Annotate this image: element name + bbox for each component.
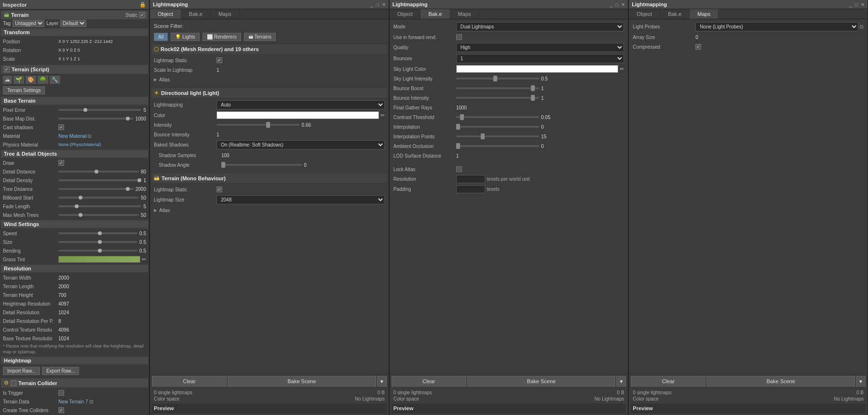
lm2-tab-object[interactable]: Object xyxy=(390,9,421,19)
size-thumb[interactable] xyxy=(98,240,102,244)
detail-distance-track[interactable] xyxy=(58,171,139,173)
lm3-tab-object[interactable]: Object xyxy=(629,9,660,19)
intensity-knob[interactable] xyxy=(266,122,270,128)
filter-lights-btn[interactable]: 💡 Lights xyxy=(171,33,200,41)
terrain-tool-1[interactable]: ⛰ xyxy=(3,76,12,84)
resolution-2-input[interactable]: 2.68 xyxy=(456,175,485,183)
lm1-clear-button[interactable]: Clear xyxy=(152,376,227,387)
cast-shadows-checkbox[interactable] xyxy=(58,124,64,130)
lock-icon[interactable]: 🔒 xyxy=(139,1,146,8)
grass-tint-edit-icon[interactable]: ✏ xyxy=(142,256,146,263)
lm2-close-icon[interactable]: ✕ xyxy=(621,2,625,7)
ambient-occlusion-slider[interactable] xyxy=(456,145,539,147)
bending-thumb[interactable] xyxy=(98,249,102,253)
lm1-minimize-icon[interactable]: _ xyxy=(370,2,373,7)
terrain-lm-size-dropdown[interactable]: 2048 xyxy=(217,195,385,204)
interpolation-slider[interactable] xyxy=(456,126,539,128)
filter-all-btn[interactable]: All xyxy=(154,33,168,41)
tree-distance-track[interactable] xyxy=(58,188,134,190)
interpolation-points-knob[interactable] xyxy=(481,134,485,139)
material-value[interactable]: New Material xyxy=(58,134,86,139)
bounce-boost-knob[interactable] xyxy=(531,85,535,91)
layer-dropdown[interactable]: Default xyxy=(60,20,86,27)
lock-atlas-checkbox[interactable] xyxy=(456,166,462,172)
intensity-slider[interactable] xyxy=(217,124,299,126)
max-mesh-trees-track[interactable] xyxy=(58,214,139,216)
create-tree-colliders-checkbox[interactable] xyxy=(58,407,64,413)
mode-dropdown[interactable]: Dual Lightmaps xyxy=(456,22,624,31)
contrast-threshold-knob[interactable] xyxy=(460,114,464,120)
lm1-bake-arrow[interactable]: ▼ xyxy=(377,376,387,387)
physics-mat-value[interactable]: None (PhysicMaterial) xyxy=(58,142,101,147)
filter-renderers-btn[interactable]: ⬜ Renderers xyxy=(203,33,241,41)
terrain-static-checkbox[interactable] xyxy=(217,187,222,192)
speed-thumb[interactable] xyxy=(98,231,102,235)
lm1-maximize-icon[interactable]: □ xyxy=(376,2,379,7)
color-edit-icon[interactable]: ✏ xyxy=(380,112,385,119)
lm2-maximize-icon[interactable]: □ xyxy=(615,2,618,7)
lm2-bake-button[interactable]: Bake Scene xyxy=(467,376,616,387)
static-checkbox[interactable] xyxy=(139,12,145,18)
lm2-tab-maps[interactable]: Maps xyxy=(450,9,479,19)
light-probes-pick-icon[interactable]: ⊙ xyxy=(859,24,864,30)
billboard-thumb[interactable] xyxy=(79,196,82,200)
export-raw-button[interactable]: Export Raw... xyxy=(42,367,79,375)
lm1-tab-maps[interactable]: Maps xyxy=(211,9,240,19)
bending-track[interactable] xyxy=(58,250,137,252)
is-trigger-checkbox[interactable] xyxy=(58,390,64,396)
lm2-minimize-icon[interactable]: _ xyxy=(610,2,613,7)
size-track[interactable] xyxy=(58,241,137,243)
terrain-tool-4[interactable]: 🌳 xyxy=(38,76,48,84)
detail-distance-thumb[interactable] xyxy=(95,170,98,174)
draw-checkbox[interactable] xyxy=(58,160,64,166)
lm1-close-icon[interactable]: ✕ xyxy=(382,2,386,7)
lm1-tab-object[interactable]: Object xyxy=(150,9,181,19)
fade-length-track[interactable] xyxy=(58,205,141,207)
pixel-error-track[interactable] xyxy=(58,109,141,111)
resolution-section[interactable]: Resolution xyxy=(1,265,148,272)
wind-section[interactable]: Wind Settings xyxy=(1,220,148,228)
lm3-tab-maps[interactable]: Maps xyxy=(690,9,719,19)
lm-static-checkbox[interactable] xyxy=(217,57,222,63)
interpolation-points-slider[interactable] xyxy=(456,135,539,137)
tag-dropdown[interactable]: Untagged xyxy=(13,20,44,27)
lm1-tab-bake[interactable]: Bak.e xyxy=(181,9,211,19)
import-raw-button[interactable]: Import Raw... xyxy=(3,367,40,375)
billboard-track[interactable] xyxy=(58,197,139,199)
lm2-clear-button[interactable]: Clear xyxy=(392,376,466,387)
lm2-tab-bake[interactable]: Bak.e xyxy=(420,9,450,19)
bounce-intensity-2-knob[interactable] xyxy=(531,95,535,101)
padding-input[interactable]: 0 xyxy=(456,185,485,193)
transform-section[interactable]: Transform xyxy=(1,28,148,36)
lm1-bake-button[interactable]: Bake Scene xyxy=(228,376,376,387)
lm3-minimize-icon[interactable]: _ xyxy=(849,2,852,7)
lm3-bake-arrow[interactable]: ▼ xyxy=(856,376,866,387)
terrain-collider-enabled[interactable] xyxy=(11,380,16,386)
compressed-checkbox[interactable] xyxy=(695,44,701,50)
pixel-error-thumb[interactable] xyxy=(83,108,87,112)
baked-shadows-dropdown[interactable]: On (Realtime: Soft Shadows) xyxy=(217,140,385,149)
lm3-tab-bake[interactable]: Bak.e xyxy=(660,9,690,19)
lightmapping-dropdown[interactable]: Auto xyxy=(217,100,385,109)
terrain-script-enabled[interactable] xyxy=(4,67,10,72)
terrain-data-value[interactable]: New Terrain 7 xyxy=(58,399,88,404)
terrain-tool-5[interactable]: 🔧 xyxy=(50,76,60,84)
grass-tint-color[interactable] xyxy=(58,256,140,263)
terrain-tool-2[interactable]: 🌱 xyxy=(14,76,24,84)
bounces-dropdown[interactable]: 1 xyxy=(456,54,624,63)
lm3-maximize-icon[interactable]: □ xyxy=(855,2,858,7)
contrast-threshold-slider[interactable] xyxy=(456,116,539,118)
terrain-data-pick-icon[interactable]: ⊙ xyxy=(89,399,94,405)
sky-light-color-field[interactable] xyxy=(456,65,619,73)
bounce-boost-slider[interactable] xyxy=(456,87,539,89)
ambient-occlusion-knob[interactable] xyxy=(456,143,460,149)
tree-distance-thumb[interactable] xyxy=(126,187,130,191)
base-terrain-section[interactable]: Base Terrain xyxy=(1,97,148,105)
shadow-angle-slider[interactable] xyxy=(221,164,302,166)
terrain-settings-button[interactable]: Terrain Settings xyxy=(3,86,45,94)
filter-terrains-btn[interactable]: 🏔 Terrains xyxy=(244,33,276,41)
terrain-tool-3[interactable]: 🎨 xyxy=(26,76,36,84)
lm3-close-icon[interactable]: ✕ xyxy=(861,2,865,7)
detail-density-thumb[interactable] xyxy=(137,178,141,182)
lm3-bake-button[interactable]: Bake Scene xyxy=(706,376,855,387)
